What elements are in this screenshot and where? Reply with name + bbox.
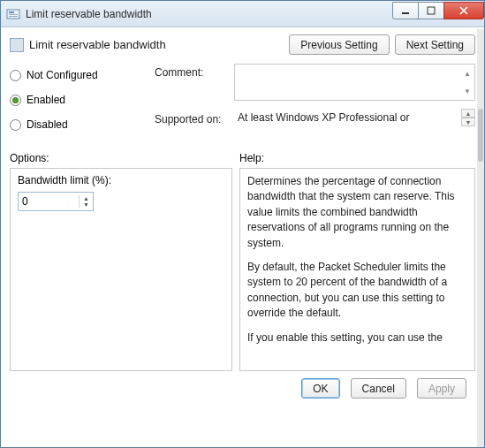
scrollbar-thumb[interactable] <box>478 109 483 162</box>
setting-icon <box>10 38 24 52</box>
chevron-down-icon: ▼ <box>461 118 475 126</box>
radio-icon <box>10 95 21 106</box>
maximize-button[interactable] <box>418 2 444 19</box>
minimize-icon <box>401 6 410 15</box>
state-radios: Not Configured Enabled Disabled <box>10 64 149 140</box>
footer-buttons: OK Cancel Apply <box>10 371 475 406</box>
window-controls <box>393 2 484 21</box>
section-labels: Options: Help: <box>10 152 475 164</box>
config-row: Not Configured Enabled Disabled Comment: <box>10 64 475 140</box>
comment-scroll[interactable]: ▲ ▼ <box>460 65 474 100</box>
bandwidth-label: Bandwidth limit (%): <box>18 174 224 186</box>
bandwidth-spinner[interactable]: ▲ ▼ <box>79 195 93 208</box>
comment-field: Comment: ▲ ▼ <box>155 64 475 101</box>
ok-button[interactable]: OK <box>301 378 339 399</box>
setting-title: Limit reservable bandwidth <box>29 38 284 51</box>
svg-rect-5 <box>428 7 435 14</box>
chevron-down-icon: ▼ <box>460 82 474 100</box>
meta-fields: Comment: ▲ ▼ Supported on: At least Wind… <box>149 64 475 140</box>
client-area: Limit reservable bandwidth Previous Sett… <box>1 27 484 447</box>
maximize-icon <box>427 6 436 15</box>
comment-input[interactable]: ▲ ▼ <box>234 64 475 101</box>
panels: Bandwidth limit (%): 0 ▲ ▼ Determines th… <box>10 168 475 371</box>
svg-rect-2 <box>9 14 18 15</box>
bandwidth-value: 0 <box>19 195 79 208</box>
titlebar[interactable]: Limit reservable bandwidth <box>1 1 484 27</box>
supported-scroll[interactable]: ▲ ▼ <box>461 109 475 126</box>
radio-label: Disabled <box>27 118 68 131</box>
radio-label: Not Configured <box>27 69 98 81</box>
help-paragraph: If you enable this setting, you can use … <box>247 330 467 345</box>
radio-disabled[interactable]: Disabled <box>10 115 149 134</box>
help-paragraph: Determines the percentage of connection … <box>247 174 467 251</box>
supported-value: At least Windows XP Professional or <box>234 108 461 127</box>
radio-icon <box>10 70 21 81</box>
chevron-down-icon: ▼ <box>80 201 93 208</box>
window-title: Limit reservable bandwidth <box>26 8 393 20</box>
help-panel: Determines the percentage of connection … <box>239 168 475 371</box>
minimize-button[interactable] <box>392 2 419 19</box>
close-icon <box>458 5 469 16</box>
help-label: Help: <box>239 152 264 164</box>
next-setting-button[interactable]: Next Setting <box>395 34 475 55</box>
chevron-up-icon: ▲ <box>460 65 474 82</box>
radio-icon <box>10 119 21 131</box>
comment-label: Comment: <box>155 64 234 79</box>
close-button[interactable] <box>443 2 484 19</box>
help-paragraph: By default, the Packet Scheduler limits … <box>247 260 467 322</box>
help-text: Determines the percentage of connection … <box>247 174 467 345</box>
supported-label: Supported on: <box>155 110 234 125</box>
dialog-window: Limit reservable bandwidth Limit reserva… <box>0 0 485 448</box>
radio-enabled[interactable]: Enabled <box>10 90 149 110</box>
bandwidth-input[interactable]: 0 ▲ ▼ <box>18 192 94 211</box>
svg-rect-3 <box>9 16 18 17</box>
previous-setting-button[interactable]: Previous Setting <box>289 34 389 55</box>
apply-button[interactable]: Apply <box>417 378 466 399</box>
radio-not-configured[interactable]: Not Configured <box>10 65 149 85</box>
window-scrollbar[interactable] <box>477 29 484 447</box>
supported-row: Supported on: At least Windows XP Profes… <box>155 108 475 127</box>
svg-rect-1 <box>9 11 14 13</box>
svg-rect-4 <box>402 12 409 14</box>
chevron-up-icon: ▲ <box>461 109 475 118</box>
cancel-button[interactable]: Cancel <box>351 378 406 399</box>
options-panel: Bandwidth limit (%): 0 ▲ ▼ <box>10 168 232 371</box>
policy-icon <box>6 7 20 21</box>
options-label: Options: <box>10 152 239 164</box>
header-row: Limit reservable bandwidth Previous Sett… <box>10 34 475 55</box>
radio-label: Enabled <box>27 94 65 106</box>
chevron-up-icon: ▲ <box>80 195 93 201</box>
